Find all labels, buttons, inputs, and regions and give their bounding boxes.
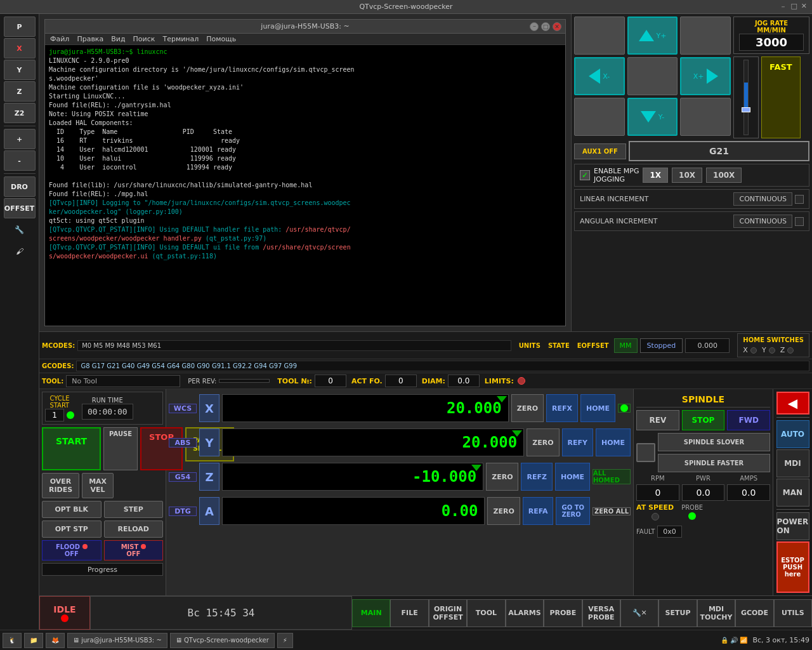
nav-alarms-btn[interactable]: ALARMS bbox=[506, 599, 544, 627]
sidebar-minus-btn[interactable]: - bbox=[4, 150, 36, 171]
sidebar-y-btn[interactable]: Y bbox=[4, 60, 36, 80]
jog-y-minus[interactable]: Y- bbox=[627, 98, 678, 136]
spindle-fwd-btn[interactable]: FWD bbox=[727, 410, 770, 430]
flood-btn[interactable]: FLOOD OFF bbox=[42, 540, 102, 560]
home-x-btn[interactable]: HOME bbox=[580, 394, 615, 422]
sidebar-dro-btn[interactable]: DRO bbox=[4, 176, 36, 197]
jog-topleft[interactable] bbox=[574, 17, 625, 55]
terminal-maximize[interactable]: □ bbox=[541, 22, 550, 31]
step-btn[interactable]: STEP bbox=[104, 501, 164, 518]
nav-file-btn[interactable]: FILE bbox=[390, 599, 428, 627]
jog-bottomright[interactable] bbox=[680, 98, 731, 136]
nav-versa-probe-btn[interactable]: VERSA PROBE bbox=[582, 599, 620, 627]
pause-button[interactable]: PAUSE bbox=[103, 427, 138, 470]
maximize-btn[interactable]: □ bbox=[790, 2, 797, 11]
sidebar-wrench-icon[interactable]: 🔧 bbox=[4, 220, 36, 240]
jog-x-plus[interactable]: X+ bbox=[680, 57, 731, 95]
g21-button[interactable]: G21 bbox=[629, 141, 809, 161]
sidebar-brush-icon[interactable]: 🖌 bbox=[4, 241, 36, 262]
taskbar-firefox[interactable]: 🦊 bbox=[46, 633, 65, 648]
start-button[interactable]: START bbox=[42, 427, 101, 470]
wcs-label-a[interactable]: DTG bbox=[169, 507, 197, 516]
sidebar-x-btn[interactable]: X bbox=[4, 38, 36, 58]
spindle-stop-btn[interactable]: STOP bbox=[682, 410, 725, 430]
aux1-button[interactable]: AUX1 OFF bbox=[574, 143, 626, 159]
terminal-minimize[interactable]: － bbox=[530, 22, 539, 31]
angular-increment-value[interactable]: CONTINUOUS bbox=[733, 215, 792, 228]
taskbar-power[interactable]: ⚡ bbox=[277, 633, 293, 648]
home-z-btn[interactable]: HOME bbox=[555, 463, 590, 491]
mpg-10x-btn[interactable]: 10X bbox=[672, 168, 702, 183]
zero-x-btn[interactable]: ZERO bbox=[511, 394, 544, 422]
nav-mdi-touchy-btn[interactable]: MDITOUCHY bbox=[697, 599, 735, 627]
taskbar-penguin[interactable]: 🐧 bbox=[3, 633, 22, 648]
man-btn[interactable]: MAN bbox=[776, 479, 809, 507]
refx-btn[interactable]: REFX bbox=[546, 394, 578, 422]
nav-utils-btn[interactable]: UTILS bbox=[774, 599, 812, 627]
wcs-label-y[interactable]: ABS bbox=[169, 438, 197, 448]
sidebar-offset-btn[interactable]: OFFSET bbox=[4, 198, 36, 218]
nav-main-btn[interactable]: MAIN bbox=[352, 599, 390, 627]
over-rides-btn[interactable]: OVERRIDES bbox=[42, 473, 79, 498]
auto-btn[interactable]: AUTO bbox=[776, 420, 809, 448]
opt-stp-btn[interactable]: OPT STP bbox=[42, 521, 102, 538]
zero-a-btn[interactable]: ZERO bbox=[487, 497, 520, 525]
jog-x-minus[interactable]: X- bbox=[574, 57, 625, 95]
taskbar-qtvcp[interactable]: 🖥 QTvcp-Screen-woodpecker bbox=[170, 633, 275, 648]
angular-increment-check[interactable] bbox=[795, 217, 804, 226]
taskbar-folder[interactable]: 📁 bbox=[24, 633, 43, 648]
term-menu-help[interactable]: Помощь bbox=[206, 35, 236, 43]
fast-button[interactable]: FAST bbox=[761, 56, 801, 138]
mm-button[interactable]: MM bbox=[614, 338, 638, 353]
jog-topright[interactable] bbox=[680, 17, 731, 55]
zero-z-btn[interactable]: ZERO bbox=[486, 463, 518, 491]
refz-btn[interactable]: REFZ bbox=[521, 463, 552, 491]
sidebar-z-btn[interactable]: Z bbox=[4, 81, 36, 102]
zero-all-btn[interactable]: ZERO ALL bbox=[593, 507, 631, 515]
nav-wrench-btn[interactable]: 🔧✕ bbox=[620, 599, 658, 627]
taskbar-terminal[interactable]: 🖥 jura@jura-H55M-USB3: ~ bbox=[67, 633, 167, 648]
max-vel-btn[interactable]: MAXVEL bbox=[82, 473, 114, 498]
linear-increment-value[interactable]: CONTINUOUS bbox=[733, 192, 792, 206]
estop-btn[interactable]: ESTOP PUSH here bbox=[776, 541, 809, 593]
nav-setup-btn[interactable]: SETUP bbox=[658, 599, 697, 627]
refa-btn[interactable]: REFA bbox=[523, 497, 554, 525]
term-menu-view[interactable]: Вид bbox=[111, 35, 125, 43]
sidebar-z2-btn[interactable]: Z2 bbox=[4, 103, 36, 123]
zero-y-btn[interactable]: ZERO bbox=[527, 428, 559, 456]
refy-btn[interactable]: REFY bbox=[562, 428, 593, 456]
wcs-label-x[interactable]: WCS bbox=[169, 404, 197, 413]
opt-blk-btn[interactable]: OPT BLK bbox=[42, 501, 102, 518]
home-a-btn[interactable]: GO TOZERO bbox=[556, 497, 590, 525]
terminal-close[interactable]: ✕ bbox=[553, 22, 561, 31]
all-homed-btn[interactable]: ALL HOMED bbox=[593, 469, 631, 484]
spindle-faster-btn[interactable]: SPINDLE FASTER bbox=[658, 454, 770, 472]
term-menu-file[interactable]: Файл bbox=[50, 35, 69, 43]
back-arrow-btn[interactable]: ◀ bbox=[776, 392, 809, 415]
sidebar-p-btn[interactable]: P bbox=[4, 17, 36, 37]
power-on-btn[interactable]: POWER ON bbox=[776, 512, 809, 540]
term-menu-search[interactable]: Поиск bbox=[133, 35, 155, 43]
reload-btn[interactable]: RELOAD bbox=[104, 521, 164, 538]
mist-btn[interactable]: MIST OFF bbox=[104, 540, 164, 560]
jog-slider[interactable] bbox=[733, 56, 759, 138]
mdi-btn[interactable]: MDI bbox=[776, 449, 809, 477]
nav-gcode-btn[interactable]: GCODE bbox=[735, 599, 773, 627]
terminal-window-controls[interactable]: － □ ✕ bbox=[530, 22, 561, 31]
spindle-rev-btn[interactable]: REV bbox=[636, 410, 679, 430]
mpg-1x-btn[interactable]: 1X bbox=[643, 168, 668, 183]
term-menu-edit[interactable]: Правка bbox=[77, 35, 103, 43]
jog-y-plus[interactable]: Y+ bbox=[627, 17, 678, 55]
mpg-100x-btn[interactable]: 100X bbox=[706, 168, 742, 183]
linear-increment-check[interactable] bbox=[795, 195, 804, 204]
jog-bottomleft[interactable] bbox=[574, 98, 625, 136]
close-btn[interactable]: ✕ bbox=[801, 2, 807, 11]
nav-probe-btn[interactable]: PROBE bbox=[544, 599, 582, 627]
wcs-label-z[interactable]: G54 bbox=[169, 472, 197, 482]
jog-center[interactable] bbox=[627, 57, 678, 95]
nav-tool-btn[interactable]: TOOL bbox=[467, 599, 505, 627]
nav-origin-btn[interactable]: ORIGINOFFSET bbox=[429, 599, 467, 627]
sidebar-plus-btn[interactable]: + bbox=[4, 129, 36, 149]
home-y-btn[interactable]: HOME bbox=[596, 428, 631, 456]
minimize-btn[interactable]: － bbox=[780, 2, 787, 11]
